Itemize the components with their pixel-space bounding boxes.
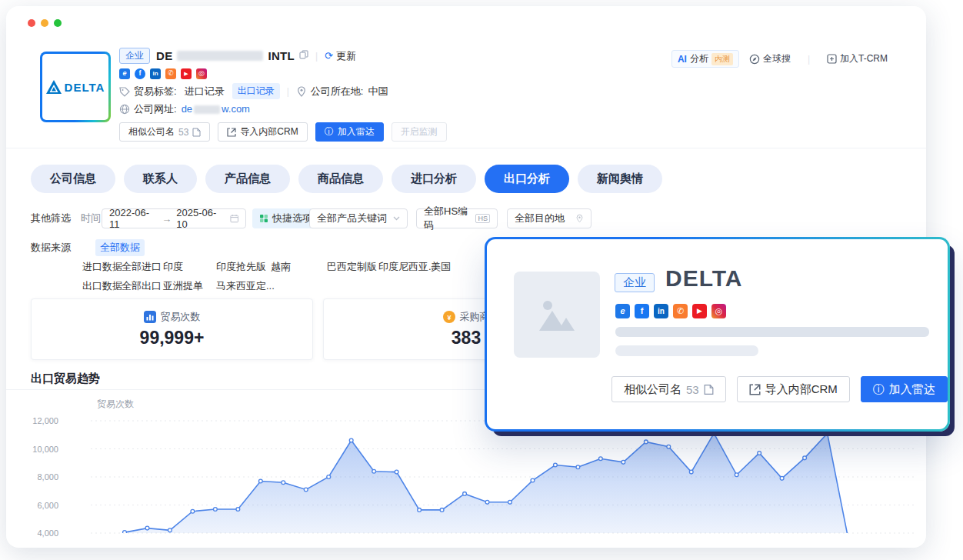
- quick-options-icon: [259, 214, 268, 223]
- data-source-option[interactable]: 亚洲提单: [163, 279, 203, 293]
- data-point: [236, 508, 240, 512]
- bar-chart-icon: [144, 311, 156, 323]
- similar-doc-icon: [192, 128, 201, 137]
- data-point: [508, 500, 512, 504]
- product-keyword-select[interactable]: 全部产品关键词: [309, 208, 408, 228]
- trade-tag-export[interactable]: 出口记录: [232, 83, 280, 99]
- calendar-icon: [230, 214, 238, 223]
- instagram-icon[interactable]: ◎: [196, 68, 207, 79]
- data-point: [667, 445, 671, 448]
- website-link[interactable]: dew.com: [182, 103, 250, 115]
- t-crm-icon: [827, 54, 837, 64]
- date-range-picker[interactable]: 2022-06-11 → 2025-06-10: [102, 208, 246, 228]
- trade-count-card: 贸易次数 99,999+: [31, 298, 313, 360]
- filter-bar: 其他筛选 时间 2022-06-11 → 2025-06-10 快捷选项 全部产…: [6, 208, 926, 228]
- facebook-icon[interactable]: f: [635, 304, 649, 318]
- trade-tag-import[interactable]: 进口记录: [185, 85, 225, 98]
- data-point: [327, 475, 331, 479]
- import-crm-button[interactable]: 导入内部CRM: [218, 122, 307, 142]
- data-point: [282, 481, 285, 485]
- tab-联系人[interactable]: 联系人: [124, 165, 197, 193]
- data-source-all[interactable]: 全部数据: [95, 239, 145, 256]
- browser-icon[interactable]: e: [119, 68, 130, 79]
- copy-icon[interactable]: [299, 50, 308, 62]
- youtube-icon[interactable]: ▶: [181, 68, 192, 79]
- tab-进口分析[interactable]: 进口分析: [392, 165, 476, 193]
- data-source-option[interactable]: 美国: [431, 260, 451, 274]
- data-source-option[interactable]: 全部出口: [122, 279, 162, 293]
- browser-icon[interactable]: e: [615, 304, 630, 318]
- svg-text:¥: ¥: [447, 314, 451, 322]
- stat-label: 贸易次数: [161, 310, 201, 324]
- refresh-label[interactable]: 更新: [336, 49, 356, 63]
- data-point: [258, 479, 262, 483]
- skeleton-bar: [615, 345, 758, 356]
- instagram-icon[interactable]: ◎: [711, 304, 726, 318]
- data-source-option[interactable]: 印度: [163, 260, 183, 274]
- add-radar-button[interactable]: ⓘ 加入雷达: [315, 122, 384, 142]
- add-radar-button[interactable]: ⓘ 加入雷达: [861, 376, 948, 402]
- window-minimize-button[interactable]: [41, 19, 48, 27]
- linkedin-icon[interactable]: in: [654, 304, 668, 318]
- import-crm-button[interactable]: 导入内部CRM: [737, 376, 850, 402]
- data-source-option[interactable]: 越南: [271, 260, 291, 274]
- info-circle-icon: ⓘ: [325, 125, 334, 138]
- location-label: 公司所在地:: [311, 85, 364, 98]
- data-point: [191, 509, 195, 513]
- refresh-icon[interactable]: ⟳: [325, 50, 333, 62]
- add-t-crm-button[interactable]: 加入T-CRM: [827, 52, 888, 65]
- tab-产品信息[interactable]: 产品信息: [205, 165, 290, 193]
- time-label: 时间: [81, 208, 101, 228]
- data-source-option[interactable]: 巴西定制版: [327, 260, 377, 274]
- company-overlay-card: 企业 DELTA efin✆▶◎ 相似公司名 53 导入内部CRM ⓘ 加入雷达: [485, 237, 950, 432]
- data-point: [418, 508, 422, 512]
- data-source-row-label: 进口数据: [82, 260, 122, 274]
- company-logo: DELTA: [40, 52, 111, 122]
- facebook-icon[interactable]: f: [135, 68, 145, 79]
- data-source-option[interactable]: 印度抢先版: [216, 260, 266, 274]
- data-point: [598, 457, 602, 461]
- similar-company-button[interactable]: 相似公司名 53: [119, 122, 210, 142]
- location-pin-icon: [296, 86, 307, 97]
- data-point: [145, 526, 149, 530]
- window-maximize-button[interactable]: [54, 19, 62, 27]
- data-point: [372, 469, 376, 473]
- import-icon: [227, 128, 236, 137]
- other-filters-label[interactable]: 其他筛选: [31, 208, 71, 228]
- tab-bar: 公司信息联系人产品信息商品信息进口分析出口分析新闻舆情: [31, 165, 662, 193]
- data-point: [440, 508, 444, 512]
- ai-analysis-button[interactable]: AI 分析 内测: [671, 50, 739, 68]
- tab-出口分析[interactable]: 出口分析: [485, 165, 569, 193]
- company-type-badge: 企业: [615, 273, 655, 292]
- linkedin-icon[interactable]: in: [150, 68, 161, 79]
- company-type-badge: 企业: [119, 48, 150, 64]
- tab-公司信息[interactable]: 公司信息: [31, 165, 115, 193]
- destination-input[interactable]: 全部目的地: [507, 208, 591, 228]
- import-icon: [749, 384, 761, 395]
- youtube-icon[interactable]: ▶: [692, 304, 707, 318]
- y-axis-tick: 6,000: [37, 501, 58, 510]
- data-source-option[interactable]: 马来西亚定...: [216, 279, 275, 293]
- start-monitor-button[interactable]: 开启监测: [392, 122, 447, 142]
- tab-新闻舆情[interactable]: 新闻舆情: [578, 165, 662, 193]
- tab-商品信息[interactable]: 商品信息: [298, 165, 383, 193]
- image-placeholder-icon: [539, 298, 575, 331]
- destination-pin-icon: [575, 214, 584, 223]
- trade-tags-label: 贸易标签:: [134, 85, 177, 98]
- similar-company-button[interactable]: 相似公司名 53: [611, 376, 726, 402]
- data-source-option[interactable]: 全部进口: [122, 260, 162, 274]
- data-point: [485, 500, 489, 504]
- global-search-button[interactable]: 全球搜: [749, 52, 791, 65]
- company-name-row: 企业 DE INTL | ⟳ 更新: [119, 48, 388, 64]
- data-source-option[interactable]: 印度尼西亚...: [378, 260, 437, 274]
- trade-tag-icon: [119, 86, 130, 97]
- y-axis-tick: 12,000: [32, 416, 58, 425]
- info-circle-icon: ⓘ: [873, 382, 885, 397]
- buyer-icon: ¥: [443, 311, 455, 323]
- hs-code-input[interactable]: 全部HS编码 HS: [416, 208, 498, 228]
- phone-icon[interactable]: ✆: [673, 304, 688, 318]
- logo-text: DELTA: [65, 81, 105, 94]
- window-close-button[interactable]: [28, 19, 35, 27]
- phone-icon[interactable]: ✆: [165, 68, 176, 79]
- data-point: [304, 488, 308, 492]
